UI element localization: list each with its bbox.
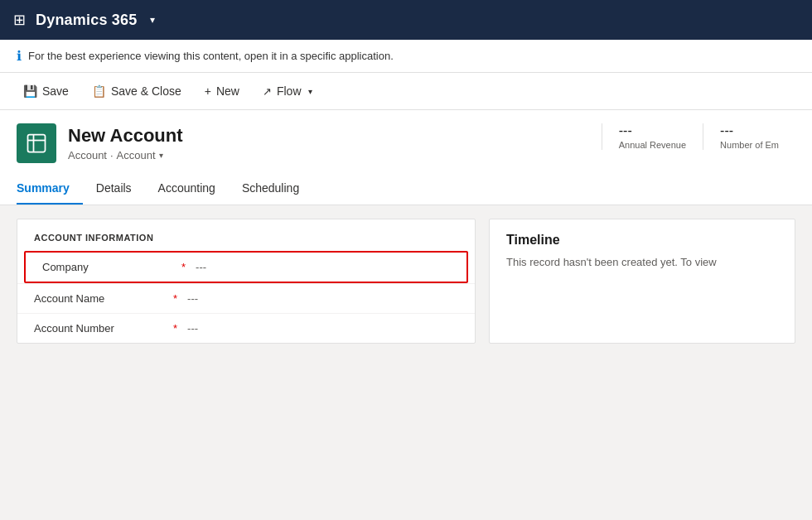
field-account-name-label: Account Name [34,292,167,305]
stat-num-employees: --- Number of Em [703,123,795,150]
field-account-number-value[interactable]: --- [187,322,198,335]
breadcrumb-separator: · [110,149,114,161]
tab-summary[interactable]: Summary [17,173,83,205]
stat-annual-revenue: --- Annual Revenue [602,123,703,150]
account-info-panel: ACCOUNT INFORMATION Company * --- Accoun… [17,219,476,344]
field-account-name-value[interactable]: --- [187,292,198,305]
new-label: New [216,84,239,98]
stat-num-employees-label: Number of Em [720,140,779,150]
account-info-title: ACCOUNT INFORMATION [17,219,475,251]
timeline-empty-text: This record hasn't been created yet. To … [506,256,778,268]
app-title: Dynamics 365 [36,12,137,29]
record-title: New Account [68,125,183,147]
toolbar: 💾 Save 📋 Save & Close + New ↗ Flow ▾ [0,73,812,110]
save-close-label: Save & Close [111,84,181,98]
field-company-value[interactable]: --- [196,261,206,273]
tab-scheduling[interactable]: Scheduling [229,173,312,205]
breadcrumb-1: Account [68,149,107,161]
tabs: Summary Details Accounting Scheduling [17,173,795,205]
field-account-name-required: * [173,292,177,305]
svg-rect-0 [28,135,46,152]
record-stats: --- Annual Revenue --- Number of Em [602,123,795,150]
flow-icon: ↗ [263,85,272,98]
record-subtitle: Account · Account ▾ [68,149,183,161]
timeline-title: Timeline [506,233,778,248]
save-icon: 💾 [23,84,37,98]
grid-icon[interactable]: ⊞ [13,11,26,29]
main-content: ACCOUNT INFORMATION Company * --- Accoun… [0,205,812,357]
stat-num-employees-value: --- [720,123,779,138]
field-company-required: * [181,261,186,273]
info-icon: ℹ [17,48,22,64]
breadcrumb-2: Account [117,149,156,161]
info-banner-text: For the best experience viewing this con… [28,50,394,62]
breadcrumb-chevron-icon[interactable]: ▾ [159,151,163,160]
new-icon: + [205,84,211,98]
field-company[interactable]: Company * --- [24,251,468,283]
flow-label: Flow [277,84,302,98]
field-account-number[interactable]: Account Number * --- [17,313,475,343]
save-button[interactable]: 💾 Save [13,79,79,103]
flow-button[interactable]: ↗ Flow ▾ [253,79,322,103]
record-header: New Account Account · Account ▾ --- Annu… [0,110,812,205]
info-banner: ℹ For the best experience viewing this c… [0,40,812,73]
stat-annual-revenue-value: --- [619,123,686,138]
stat-annual-revenue-label: Annual Revenue [619,140,686,150]
field-account-number-required: * [173,322,177,335]
save-close-icon: 📋 [92,84,106,98]
record-identity: New Account Account · Account ▾ [17,123,183,163]
avatar [17,123,56,163]
tab-accounting[interactable]: Accounting [145,173,229,205]
flow-chevron-icon: ▾ [308,87,312,96]
save-close-button[interactable]: 📋 Save & Close [82,79,191,103]
timeline-panel: Timeline This record hasn't been created… [489,219,795,344]
tab-details[interactable]: Details [83,173,145,205]
field-account-name[interactable]: Account Name * --- [17,283,475,313]
field-company-label: Company [42,261,175,273]
field-account-number-label: Account Number [34,322,167,335]
new-button[interactable]: + New [195,79,249,103]
nav-chevron-icon[interactable]: ▾ [150,14,155,26]
save-label: Save [42,84,69,98]
top-nav-bar: ⊞ Dynamics 365 ▾ [0,0,812,40]
